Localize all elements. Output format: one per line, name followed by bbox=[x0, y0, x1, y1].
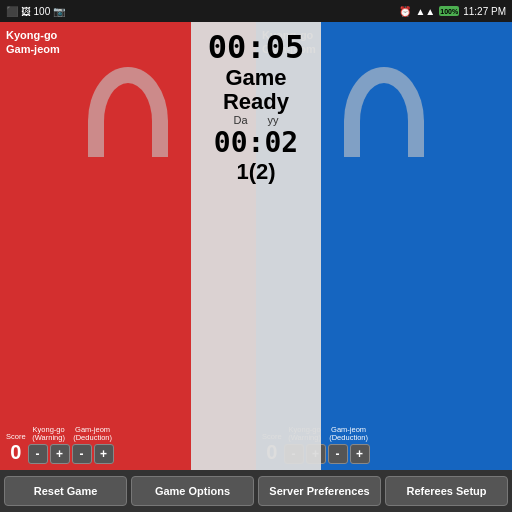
alarm-icon: ⏰ bbox=[399, 6, 411, 17]
referees-setup-button[interactable]: Referees Setup bbox=[385, 476, 508, 506]
left-score-label: Score bbox=[6, 433, 26, 441]
left-deduction-label2: (Deduction) bbox=[73, 434, 112, 442]
left-deduction-minus[interactable]: - bbox=[72, 444, 92, 464]
game-panels: Kyong-go Gam-jeom Score 0 Kyong-go (Warn… bbox=[0, 22, 512, 470]
game-ready-line1: Game bbox=[225, 66, 286, 90]
game-options-button[interactable]: Game Options bbox=[131, 476, 254, 506]
left-deduction-btns: - + bbox=[72, 444, 114, 464]
server-preferences-button[interactable]: Server Preferences bbox=[258, 476, 381, 506]
status-bar: ⬛ 🖼 100 📷 ⏰ ▲▲ 100% 11:27 PM bbox=[0, 0, 512, 22]
round-text: 1(2) bbox=[236, 159, 275, 185]
left-warning-block: Kyong-go (Warning) - + bbox=[28, 426, 70, 465]
reset-game-button[interactable]: Reset Game bbox=[4, 476, 127, 506]
main-content: Kyong-go Gam-jeom Score 0 Kyong-go (Warn… bbox=[0, 22, 512, 512]
day-row: Da yy bbox=[233, 114, 278, 126]
right-deduction-btns: - + bbox=[328, 444, 370, 464]
left-score-value: 0 bbox=[10, 441, 21, 464]
right-horseshoe bbox=[344, 67, 424, 157]
battery-icon: 100% bbox=[439, 6, 459, 16]
status-icons: ⬛ 🖼 100 📷 bbox=[6, 6, 65, 17]
signal-icon: ▲▲ bbox=[415, 6, 435, 17]
timer-small: 00:02 bbox=[214, 126, 298, 159]
game-ready-line2: Ready bbox=[223, 90, 289, 114]
left-deduction-block: Gam-jeom (Deduction) - + bbox=[72, 426, 114, 465]
center-overlay: 00:05 Game Ready Da yy 00:02 1(2) bbox=[191, 22, 321, 470]
right-deduction-block: Gam-jeom (Deduction) - + bbox=[328, 426, 370, 465]
status-bar-right: ⏰ ▲▲ 100% 11:27 PM bbox=[399, 6, 506, 17]
time-display: 11:27 PM bbox=[463, 6, 506, 17]
status-bar-left: ⬛ 🖼 100 📷 bbox=[6, 6, 65, 17]
left-warning-minus[interactable]: - bbox=[28, 444, 48, 464]
timer-large: 00:05 bbox=[208, 28, 304, 66]
phone-frame: ⬛ 🖼 100 📷 ⏰ ▲▲ 100% 11:27 PM Kyong-go Ga… bbox=[0, 0, 512, 512]
left-warning-plus[interactable]: + bbox=[50, 444, 70, 464]
left-deduction-plus[interactable]: + bbox=[94, 444, 114, 464]
day-label-left: Da bbox=[233, 114, 247, 126]
left-score-block: Score 0 bbox=[6, 433, 26, 464]
right-deduction-minus[interactable]: - bbox=[328, 444, 348, 464]
day-label-right: yy bbox=[268, 114, 279, 126]
left-horseshoe bbox=[88, 67, 168, 157]
right-deduction-label2: (Deduction) bbox=[329, 434, 368, 442]
bottom-action-bar: Reset Game Game Options Server Preferenc… bbox=[0, 470, 512, 512]
left-warning-label2: (Warning) bbox=[32, 434, 65, 442]
right-deduction-plus[interactable]: + bbox=[350, 444, 370, 464]
left-warning-btns: - + bbox=[28, 444, 70, 464]
